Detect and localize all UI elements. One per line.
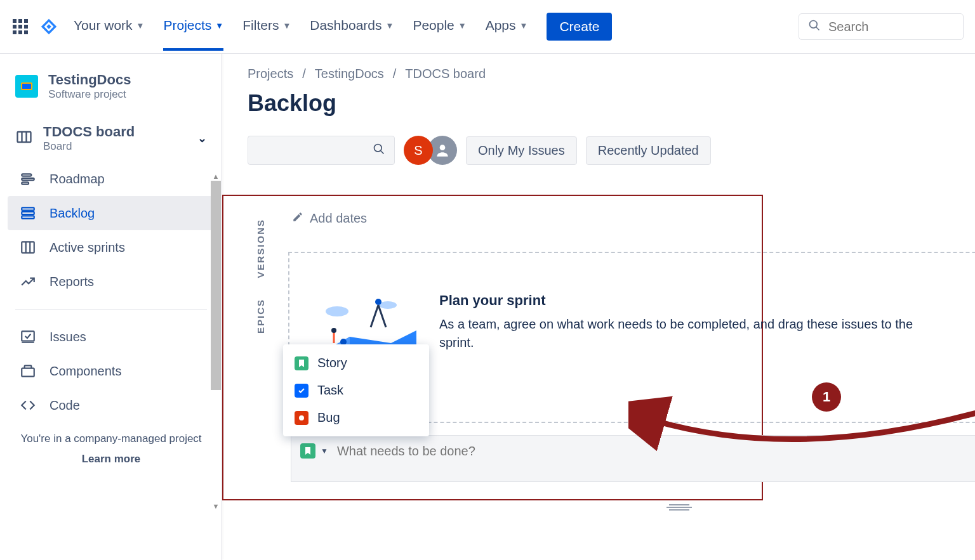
learn-more-link[interactable]: Learn more bbox=[0, 448, 222, 466]
reports-icon bbox=[19, 273, 37, 290]
sprint-icon bbox=[19, 239, 37, 256]
board-name: TDOCS board bbox=[43, 124, 135, 140]
search-icon bbox=[373, 143, 385, 158]
sidebar-item-label: Issues bbox=[50, 330, 86, 344]
issue-summary-input[interactable] bbox=[337, 444, 591, 459]
jira-logo-icon[interactable] bbox=[39, 17, 58, 36]
create-button[interactable]: Create bbox=[547, 13, 612, 41]
issue-type-bug[interactable]: Bug bbox=[283, 404, 429, 431]
issues-icon bbox=[19, 329, 37, 345]
bug-icon bbox=[295, 411, 308, 425]
sidebar-item-label: Roadmap bbox=[50, 172, 105, 186]
project-type: Software project bbox=[48, 88, 131, 101]
components-icon bbox=[19, 363, 37, 379]
board-sub: Board bbox=[43, 140, 135, 153]
svg-rect-8 bbox=[22, 207, 34, 210]
sidebar-item-label: Reports bbox=[50, 275, 94, 289]
svg-point-0 bbox=[810, 21, 818, 29]
versions-panel-toggle[interactable]: VERSIONS bbox=[255, 219, 266, 278]
roadmap-icon bbox=[19, 171, 37, 187]
project-icon bbox=[15, 75, 38, 98]
story-icon bbox=[295, 356, 308, 370]
sidebar-item-code[interactable]: Code bbox=[8, 388, 215, 422]
nav-filters[interactable]: Filters▼ bbox=[242, 3, 291, 51]
svg-point-22 bbox=[326, 306, 348, 316]
board-search[interactable] bbox=[248, 136, 395, 165]
svg-point-17 bbox=[375, 145, 382, 152]
story-icon[interactable] bbox=[300, 443, 315, 459]
breadcrumb-link[interactable]: TDOCS board bbox=[405, 67, 486, 81]
epics-panel-toggle[interactable]: EPICS bbox=[255, 299, 266, 334]
svg-rect-2 bbox=[18, 132, 31, 142]
drag-handle-icon[interactable] bbox=[667, 503, 692, 514]
annotation-number: 1 bbox=[812, 382, 841, 412]
svg-point-24 bbox=[375, 299, 381, 305]
svg-rect-16 bbox=[22, 368, 34, 377]
add-dates-link[interactable]: Add dates bbox=[292, 211, 367, 226]
board-selector[interactable]: TDOCS board Board ⌄ bbox=[0, 115, 222, 158]
content: Projects/ TestingDocs/ TDOCS board Backl… bbox=[222, 54, 975, 560]
sidebar-item-label: Backlog bbox=[50, 206, 95, 221]
nav-people[interactable]: People▼ bbox=[413, 3, 466, 51]
sidebar-item-active-sprints[interactable]: Active sprints bbox=[8, 230, 215, 264]
sidebar-item-components[interactable]: Components bbox=[8, 354, 215, 388]
chevron-down-icon: ▼ bbox=[386, 21, 394, 30]
board-icon bbox=[15, 128, 33, 148]
top-nav: Your work▼ Projects▼ Filters▼ Dashboards… bbox=[0, 0, 975, 54]
svg-line-1 bbox=[816, 27, 819, 30]
search-input[interactable] bbox=[828, 20, 954, 34]
project-name: TestingDocs bbox=[48, 72, 131, 88]
nav-projects[interactable]: Projects▼ bbox=[163, 3, 223, 51]
create-issue-inline[interactable]: ▼ bbox=[291, 435, 975, 482]
svg-rect-6 bbox=[22, 178, 34, 180]
plan-text: As a team, agree on what work needs to b… bbox=[439, 315, 922, 352]
svg-line-18 bbox=[381, 151, 384, 154]
app-switcher-icon[interactable] bbox=[11, 18, 29, 36]
avatar[interactable]: S bbox=[404, 136, 433, 165]
sidebar-item-backlog[interactable]: Backlog bbox=[8, 196, 215, 230]
svg-rect-5 bbox=[22, 174, 31, 176]
sidebar-item-issues[interactable]: Issues bbox=[8, 320, 215, 354]
chevron-down-icon: ▼ bbox=[458, 21, 467, 30]
chevron-down-icon: ▼ bbox=[282, 21, 291, 30]
svg-point-27 bbox=[331, 328, 336, 333]
sidebar-item-label: Active sprints bbox=[50, 240, 125, 255]
sidebar: TestingDocs Software project TDOCS board… bbox=[0, 54, 222, 560]
svg-rect-14 bbox=[22, 331, 34, 341]
only-my-issues-button[interactable]: Only My Issues bbox=[466, 136, 577, 165]
sidebar-item-label: Code bbox=[50, 398, 80, 413]
footer-note: You're in a company-managed project bbox=[0, 426, 222, 448]
assignee-avatars[interactable]: S bbox=[404, 136, 457, 165]
global-search[interactable] bbox=[799, 13, 964, 40]
backlog-icon bbox=[19, 205, 37, 221]
nav-dashboards[interactable]: Dashboards▼ bbox=[310, 3, 394, 51]
issue-type-task[interactable]: Task bbox=[283, 377, 429, 404]
svg-rect-7 bbox=[22, 182, 29, 184]
scroll-up-icon[interactable]: ▲ bbox=[211, 172, 221, 181]
scroll-down-icon[interactable]: ▼ bbox=[211, 502, 221, 511]
nav-your-work[interactable]: Your work▼ bbox=[74, 3, 144, 51]
task-icon bbox=[295, 384, 308, 398]
issue-type-story[interactable]: Story bbox=[283, 349, 429, 377]
breadcrumb-link[interactable]: Projects bbox=[248, 67, 293, 81]
issue-type-dropdown: Story Task Bug bbox=[283, 344, 429, 436]
svg-point-28 bbox=[299, 415, 304, 420]
svg-point-23 bbox=[379, 301, 397, 309]
chevron-down-icon: ⌄ bbox=[197, 131, 207, 145]
code-icon bbox=[19, 397, 37, 413]
nav-apps[interactable]: Apps▼ bbox=[486, 3, 528, 51]
svg-rect-10 bbox=[22, 216, 34, 218]
svg-rect-11 bbox=[22, 242, 34, 252]
breadcrumb-link[interactable]: TestingDocs bbox=[315, 67, 384, 81]
scrollbar-thumb[interactable] bbox=[211, 181, 221, 390]
project-header[interactable]: TestingDocs Software project bbox=[0, 63, 222, 107]
breadcrumb: Projects/ TestingDocs/ TDOCS board bbox=[248, 67, 975, 81]
chevron-down-icon[interactable]: ▼ bbox=[321, 446, 328, 455]
sidebar-item-reports[interactable]: Reports bbox=[8, 264, 215, 299]
sidebar-item-label: Components bbox=[50, 364, 121, 379]
chevron-down-icon: ▼ bbox=[215, 21, 223, 30]
plan-title: Plan your sprint bbox=[439, 292, 922, 309]
search-icon bbox=[808, 19, 821, 34]
sidebar-item-roadmap[interactable]: Roadmap bbox=[8, 162, 215, 196]
recently-updated-button[interactable]: Recently Updated bbox=[586, 136, 711, 165]
